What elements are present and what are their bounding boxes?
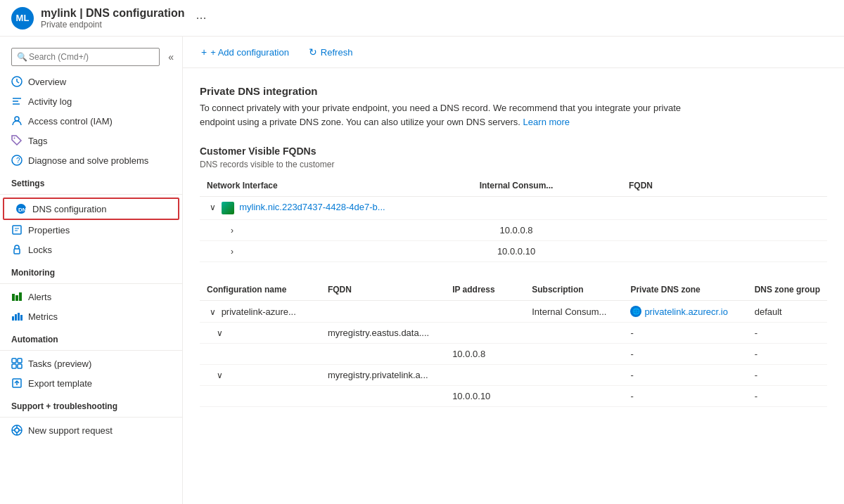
col-config-name: Configuration name	[200, 279, 321, 301]
content-body: Private DNS integration To connect priva…	[183, 68, 844, 441]
sidebar-item-locks-label: Locks	[28, 245, 52, 255]
activity-log-icon	[11, 96, 23, 107]
col-private-dns-zone: Private DNS zone	[623, 279, 747, 301]
collapse-sidebar-button[interactable]: «	[165, 49, 177, 65]
svg-rect-18	[18, 313, 20, 321]
sidebar-item-locks[interactable]: Locks	[0, 240, 182, 259]
add-configuration-button[interactable]: + + Add configuration	[197, 44, 293, 60]
svg-point-27	[15, 428, 19, 432]
export-icon	[11, 377, 23, 389]
fqdns-parent-consume	[411, 197, 622, 220]
privatelink-dns-zone-link[interactable]: privatelink.azurecr.io	[644, 306, 728, 317]
svg-rect-13	[12, 294, 15, 301]
config-name-label: privatelink-azure...	[222, 306, 296, 317]
properties-icon	[11, 224, 23, 235]
sidebar-item-overview[interactable]: Overview	[0, 72, 182, 91]
col-ip-address: IP address	[445, 279, 525, 301]
sidebar-item-activity-log[interactable]: Activity log	[0, 91, 182, 111]
network-interface-link[interactable]: mylink.nic.223d7437-4428-4de7-b...	[239, 202, 385, 212]
config-c2b-fqdn	[321, 386, 445, 407]
sidebar-item-support[interactable]: New support request	[0, 420, 182, 440]
config-c1a-ip	[445, 323, 525, 344]
network-resource-icon	[222, 202, 234, 214]
table-row: ∨ myregistry.eastus.data.... - -	[200, 323, 827, 344]
svg-rect-14	[15, 295, 18, 301]
title-block: mylink | DNS configuration Private endpo…	[41, 7, 185, 30]
locks-icon	[11, 244, 23, 255]
svg-rect-16	[12, 316, 14, 321]
expand-c1a-button[interactable]: ∨	[214, 328, 226, 338]
refresh-button[interactable]: ↻ Refresh	[305, 44, 357, 60]
expand-fqdns-button[interactable]: ∨	[207, 202, 219, 212]
diagnose-icon: ?	[11, 155, 23, 166]
sidebar-item-dns-config[interactable]: DNS DNS configuration	[3, 198, 179, 220]
learn-more-link[interactable]: Learn more	[523, 117, 570, 127]
config-c1b-fqdn: myregistry.privatelink.a...	[321, 365, 445, 386]
config-c2b-ip: 10.0.0.10	[445, 386, 525, 407]
sidebar-item-tags-label: Tags	[28, 136, 47, 146]
col-network-interface: Network Interface	[200, 175, 411, 197]
config-c2a-name	[200, 344, 321, 365]
sidebar-item-properties[interactable]: Properties	[0, 220, 182, 240]
configurations-table: Configuration name FQDN IP address Subsc…	[200, 279, 827, 407]
sidebar: 🔍 « Overview Activity log Access control…	[0, 37, 183, 504]
dns-integration-section: Private DNS integration To connect priva…	[200, 85, 827, 129]
sidebar-item-alerts[interactable]: Alerts	[0, 287, 182, 306]
page-title: mylink | DNS configuration	[41, 7, 185, 20]
refresh-label: Refresh	[321, 47, 353, 58]
sidebar-item-tags[interactable]: Tags	[0, 131, 182, 150]
sidebar-item-properties-label: Properties	[28, 225, 70, 235]
automation-divider	[0, 350, 182, 351]
svg-rect-21	[18, 358, 22, 363]
expand-child2-button[interactable]: ›	[228, 247, 236, 257]
config-parent-fqdn	[321, 301, 445, 323]
more-options-icon[interactable]: ···	[196, 11, 207, 25]
add-configuration-label: + Add configuration	[210, 47, 289, 58]
dns-icon: DNS	[15, 203, 27, 214]
fqdns-child1-consume: 10.0.0.8	[411, 220, 622, 241]
sidebar-item-diagnose[interactable]: ? Diagnose and solve problems	[0, 150, 182, 170]
config-c2a-dns: -	[623, 344, 747, 365]
support-section-label: Support + troubleshooting	[0, 393, 182, 414]
main-layout: 🔍 « Overview Activity log Access control…	[0, 37, 844, 504]
fqdns-parent-network: ∨ mylink.nic.223d7437-4428-4de7-b...	[200, 197, 411, 220]
expand-c1b-button[interactable]: ∨	[214, 370, 226, 380]
sidebar-item-metrics[interactable]: Metrics	[0, 306, 182, 326]
svg-rect-17	[15, 314, 17, 321]
config-c1a-fqdn: myregistry.eastus.data....	[321, 323, 445, 344]
app-icon: ML	[11, 7, 34, 30]
expand-child1-button[interactable]: ›	[228, 226, 236, 235]
table-row: › 10.0.0.8	[200, 220, 827, 241]
sidebar-item-export[interactable]: Export template	[0, 373, 182, 393]
search-input[interactable]	[11, 48, 160, 66]
sidebar-item-metrics-label: Metrics	[28, 311, 58, 322]
config-c2a-ip: 10.0.0.8	[445, 344, 525, 365]
col-dns-zone-group: DNS zone group	[748, 279, 827, 301]
config-c2b-group: -	[748, 386, 827, 407]
fqdns-desc: DNS records visible to the customer	[200, 160, 827, 169]
config-header-row: Configuration name FQDN IP address Subsc…	[200, 279, 827, 301]
table-row: › 10.0.0.10	[200, 241, 827, 262]
config-c1a-group: -	[748, 323, 827, 344]
monitoring-divider	[0, 283, 182, 284]
sidebar-item-activity-log-label: Activity log	[28, 96, 72, 107]
page-subtitle: Private endpoint	[41, 20, 185, 30]
config-parent-subscription: Internal Consum...	[525, 301, 623, 323]
expand-config-button[interactable]: ∨	[207, 307, 219, 317]
sidebar-item-dns-config-label: DNS configuration	[32, 204, 107, 214]
sidebar-item-tasks[interactable]: Tasks (preview)	[0, 354, 182, 373]
sidebar-item-iam[interactable]: Access control (IAM)	[0, 111, 182, 131]
configurations-section: Configuration name FQDN IP address Subsc…	[200, 279, 827, 407]
svg-rect-22	[12, 364, 16, 368]
fqdns-header-row: Network Interface Internal Consum... FQD…	[200, 175, 827, 197]
config-c1b-name: ∨	[200, 365, 321, 386]
refresh-icon: ↻	[309, 46, 317, 58]
config-c2b-name	[200, 386, 321, 407]
fqdns-child2-network: ›	[200, 241, 411, 262]
table-row: ∨ privatelink-azure... Internal Consum..…	[200, 301, 827, 323]
settings-divider	[0, 194, 182, 195]
alerts-icon	[11, 291, 23, 302]
dns-zone-link-container: 🌐 privatelink.azurecr.io	[630, 306, 740, 317]
overview-icon	[11, 76, 23, 87]
support-icon	[11, 425, 23, 436]
